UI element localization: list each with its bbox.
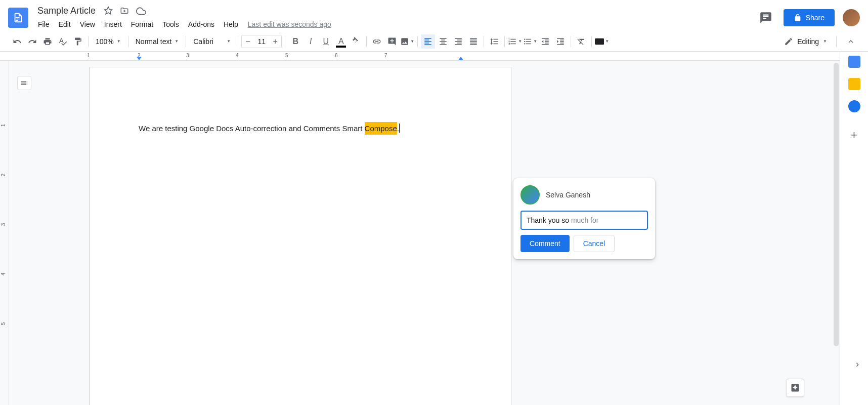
calendar-app-icon[interactable] (848, 56, 860, 68)
ruler-mark: 5 (1, 322, 6, 326)
font-size-decrease[interactable]: − (242, 35, 254, 48)
underline-button[interactable]: U (319, 34, 333, 49)
side-panel: + › (840, 52, 868, 405)
input-tools-button[interactable]: ▼ (595, 34, 609, 49)
ruler-mark: 4 (236, 53, 239, 58)
move-icon[interactable] (120, 6, 129, 16)
highlight-button[interactable] (349, 34, 363, 49)
menu-tools[interactable]: Tools (159, 18, 183, 30)
menu-bar: File Edit View Insert Format Tools Add-o… (34, 18, 756, 30)
decrease-indent-button[interactable] (538, 34, 552, 49)
text-cursor (399, 124, 400, 133)
lock-icon (794, 14, 802, 22)
numbered-list-button[interactable]: ▼ (508, 34, 522, 49)
redo-button[interactable] (25, 34, 39, 49)
hide-side-panel-button[interactable]: › (856, 359, 859, 370)
add-addon-button[interactable]: + (851, 129, 857, 142)
comment-author-name: Selva Ganesh (546, 191, 590, 199)
align-right-button[interactable] (451, 34, 465, 49)
ruler-mark: 7 (384, 53, 387, 58)
account-avatar[interactable] (843, 9, 860, 26)
menu-file[interactable]: File (34, 18, 53, 30)
add-comment-button[interactable] (385, 34, 399, 49)
header: Sample Article File Edit View Insert For… (0, 0, 868, 31)
menu-format[interactable]: Format (127, 18, 157, 30)
comment-suggestion-text: much for (571, 216, 598, 224)
share-button[interactable]: Share (784, 9, 835, 26)
page[interactable]: We are testing Google Docs Auto-correcti… (89, 67, 511, 405)
mode-select[interactable]: Editing ▼ (778, 35, 833, 48)
title-area: Sample Article File Edit View Insert For… (34, 5, 756, 30)
hide-menus-button[interactable] (844, 34, 858, 49)
comment-author-avatar (520, 185, 540, 205)
font-size-control: − + (241, 35, 282, 48)
vertical-ruler[interactable]: 1 2 3 4 5 (0, 61, 9, 405)
share-label: Share (806, 14, 824, 22)
commented-text[interactable]: Compose (365, 122, 397, 135)
document-text[interactable]: We are testing Google Docs Auto-correcti… (139, 124, 400, 133)
font-size-increase[interactable]: + (269, 35, 281, 48)
align-left-button[interactable] (421, 34, 435, 49)
font-size-input[interactable] (254, 37, 269, 46)
scrollbar-thumb[interactable] (834, 63, 839, 346)
ruler-mark: 3 (1, 223, 6, 226)
docs-logo[interactable] (8, 8, 28, 28)
comment-cancel-button[interactable]: Cancel (574, 235, 615, 252)
indent-right-marker[interactable] (458, 57, 463, 60)
increase-indent-button[interactable] (553, 34, 568, 49)
clear-formatting-button[interactable] (574, 34, 588, 49)
ruler-mark: 2 (1, 174, 6, 177)
ruler-mark: 4 (1, 273, 6, 276)
menu-view[interactable]: View (76, 18, 99, 30)
style-value: Normal text (136, 37, 172, 46)
open-comments-icon[interactable] (756, 8, 775, 27)
undo-button[interactable] (10, 34, 24, 49)
comment-popup: Selva Ganesh Thank you so much for Comme… (513, 178, 655, 259)
svg-rect-0 (16, 17, 19, 18)
pencil-icon (784, 37, 793, 46)
font-select[interactable]: Calibri▼ (189, 36, 235, 47)
keep-app-icon[interactable] (848, 78, 860, 90)
spellcheck-button[interactable] (56, 34, 70, 49)
italic-button[interactable]: I (303, 34, 318, 49)
document-icon (13, 11, 24, 25)
outline-toggle[interactable] (17, 76, 31, 90)
zoom-value: 100% (96, 37, 114, 46)
toolbar: 100%▼ Normal text▼ Calibri▼ − + B I U A … (0, 31, 868, 52)
line-spacing-button[interactable] (487, 34, 501, 49)
insert-link-button[interactable] (370, 34, 384, 49)
star-icon[interactable] (104, 6, 113, 16)
indent-left-marker[interactable] (137, 57, 142, 60)
menu-edit[interactable]: Edit (55, 18, 74, 30)
last-edit-link[interactable]: Last edit was seconds ago (244, 18, 335, 30)
canvas: 1 2 3 4 5 6 7 1 2 3 4 5 We are testin (0, 52, 840, 405)
insert-image-button[interactable]: ▼ (400, 34, 414, 49)
align-center-button[interactable] (436, 34, 450, 49)
menu-insert[interactable]: Insert (101, 18, 125, 30)
ruler-mark: 1 (1, 124, 6, 127)
align-justify-button[interactable] (466, 34, 481, 49)
ruler-mark: 5 (285, 53, 288, 58)
menu-addons[interactable]: Add-ons (185, 18, 218, 30)
ruler-mark: 1 (87, 53, 90, 58)
document-title[interactable]: Sample Article (34, 5, 99, 17)
style-select[interactable]: Normal text▼ (132, 36, 183, 47)
paint-format-button[interactable] (71, 34, 85, 49)
cloud-status-icon[interactable] (136, 6, 146, 16)
bold-button[interactable]: B (288, 34, 302, 49)
text-color-button[interactable]: A (334, 34, 348, 49)
svg-marker-3 (105, 7, 112, 14)
print-button[interactable] (40, 34, 55, 49)
zoom-select[interactable]: 100%▼ (92, 36, 125, 47)
horizontal-ruler[interactable]: 1 2 3 4 5 6 7 (0, 52, 840, 61)
menu-help[interactable]: Help (220, 18, 242, 30)
ruler-mark: 3 (186, 53, 189, 58)
comment-input[interactable]: Thank you so much for (520, 211, 648, 230)
ruler-mark: 6 (335, 53, 338, 58)
tasks-app-icon[interactable] (848, 100, 860, 112)
explore-button[interactable] (786, 379, 804, 397)
comment-typed-text: Thank you so (527, 216, 571, 224)
bulleted-list-button[interactable]: ▼ (523, 34, 537, 49)
mode-label: Editing (797, 37, 819, 46)
comment-submit-button[interactable]: Comment (520, 235, 570, 252)
